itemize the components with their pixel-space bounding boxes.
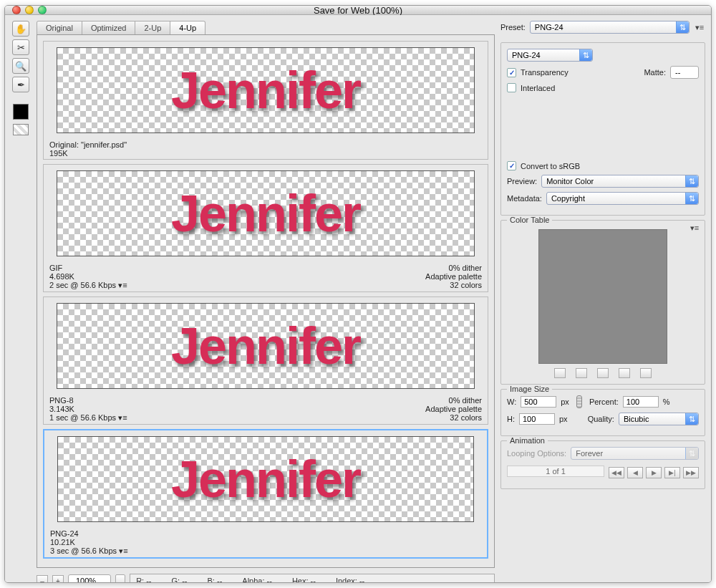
preview-text: Jennifer (171, 317, 360, 375)
preview-pane-original[interactable]: Jennifer Original: "jennifer.psd" 195K (43, 41, 488, 160)
pane1-format: GIF (49, 264, 127, 272)
zoom-in-button[interactable]: + (52, 575, 64, 583)
preview-pane-gif[interactable]: Jennifer GIF 4.698K 2 sec @ 56.6 Kbps ▾≡… (43, 164, 488, 292)
transparency-checkbox[interactable] (507, 68, 516, 77)
zoom-tool[interactable]: 🔍 (12, 58, 29, 74)
image-size-legend: Image Size (507, 385, 552, 393)
preset-label: Preset: (500, 23, 526, 32)
color-table-flyout-icon[interactable]: ▾≡ (689, 223, 700, 233)
last-frame-button: ▶▶ (683, 467, 699, 478)
window-title: Save for Web (100%) (5, 5, 711, 16)
interlaced-label: Interlaced (521, 84, 555, 92)
convert-srgb-checkbox[interactable] (507, 161, 516, 170)
zoom-out-button[interactable]: – (37, 575, 48, 583)
close-window-button[interactable] (12, 6, 21, 14)
slice-select-tool[interactable]: ✂︎ (12, 39, 29, 55)
color-table-icon[interactable] (576, 368, 587, 378)
convert-srgb-label: Convert to sRGB (521, 162, 580, 170)
tab-optimized[interactable]: Optimized (82, 21, 136, 34)
animation-legend: Animation (507, 436, 548, 445)
pane1-size: 4.698K (49, 272, 127, 281)
next-frame-button: ▶| (664, 467, 680, 478)
width-field[interactable] (521, 396, 556, 408)
preview-text: Jennifer (171, 184, 360, 243)
prev-frame-button: ◀ (627, 467, 643, 478)
looping-label: Looping Options: (507, 449, 566, 458)
first-frame-button: ◀◀ (609, 467, 624, 478)
preview-profile-select[interactable]: Monitor Color⇅ (541, 175, 699, 188)
pane0-info-0: Original: "jennifer.psd" (49, 140, 127, 149)
zoom-dropdown-icon[interactable] (115, 574, 125, 583)
minimize-window-button[interactable] (25, 6, 34, 14)
color-readouts: R: --G: --B: -- Alpha: --Hex: --Index: -… (130, 574, 495, 583)
format-select[interactable]: PNG-24⇅ (507, 49, 593, 62)
tab-2up[interactable]: 2-Up (135, 21, 170, 34)
interlaced-checkbox[interactable] (507, 83, 516, 92)
metadata-label: Metadata: (507, 194, 542, 203)
height-field[interactable] (519, 413, 555, 425)
zoom-level-select[interactable]: 100% (68, 574, 111, 583)
matte-select[interactable]: -- (670, 66, 699, 79)
preset-select[interactable]: PNG-24⇅ (530, 21, 690, 34)
preview-pane-png8[interactable]: Jennifer PNG-8 3.143K 1 sec @ 56.6 Kbps … (43, 297, 488, 425)
sample-color-swatch[interactable] (13, 104, 29, 120)
resample-quality-select[interactable]: Bicubic⇅ (619, 413, 699, 425)
animation-frame-indicator: 1 of 1 (507, 466, 604, 477)
tab-original[interactable]: Original (37, 21, 82, 34)
preset-flyout-icon[interactable]: ▾≡ (694, 23, 705, 32)
preview-stage: Jennifer Original: "jennifer.psd" 195K J… (37, 34, 495, 568)
tab-4up[interactable]: 4-Up (170, 21, 205, 34)
preview-text: Jennifer (171, 61, 360, 120)
width-label: W: (507, 397, 516, 406)
toggle-slice-visibility[interactable] (13, 124, 29, 135)
preview-label: Preview: (507, 177, 537, 185)
color-table-icon[interactable] (554, 368, 566, 378)
height-label: H: (507, 415, 515, 423)
looping-select: Forever⇅ (571, 447, 699, 460)
transparency-label: Transparency (521, 68, 569, 77)
matte-label: Matte: (644, 68, 666, 77)
percent-label: Percent: (589, 397, 619, 406)
quality-label: Quality: (588, 415, 614, 423)
percent-field[interactable] (623, 396, 659, 408)
constrain-proportions-icon[interactable] (576, 395, 582, 408)
metadata-select[interactable]: Copyright⇅ (546, 192, 699, 205)
color-table-legend: Color Table (507, 216, 552, 224)
pane1-dl: 2 sec @ 56.6 Kbps ▾≡ (49, 281, 127, 290)
eyedropper-tool[interactable]: ✒︎ (12, 77, 29, 92)
color-table-trash-icon[interactable] (640, 368, 652, 378)
preview-text: Jennifer (171, 450, 360, 509)
color-table-new-icon[interactable] (619, 368, 630, 378)
play-button: ▶ (646, 467, 662, 478)
color-table-lock-icon[interactable] (597, 368, 609, 378)
color-table-area (538, 229, 667, 364)
preview-pane-png24[interactable]: Jennifer PNG-24 10.21K 3 sec @ 56.6 Kbps… (43, 429, 488, 559)
zoom-window-button[interactable] (38, 6, 47, 14)
hand-tool[interactable]: ✋ (12, 21, 29, 37)
pane0-info-1: 195K (49, 149, 127, 158)
